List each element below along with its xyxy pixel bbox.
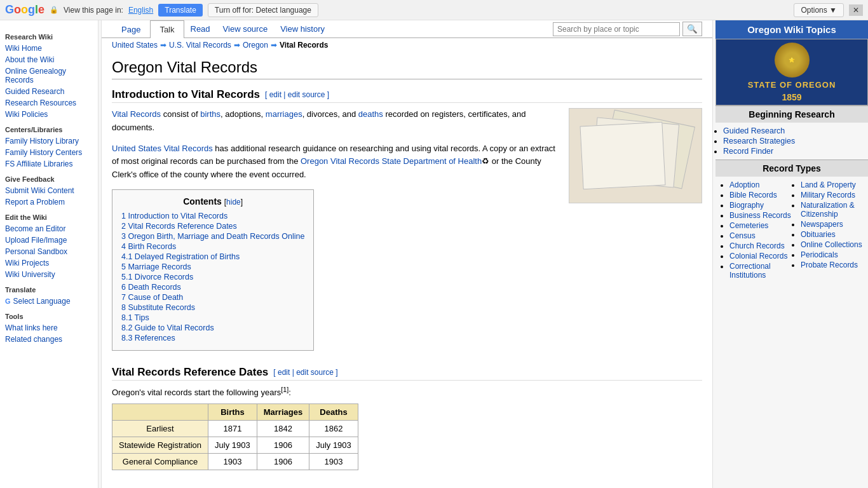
section2-edit[interactable]: edit [278,368,290,377]
options-button[interactable]: Options ▼ [794,3,844,17]
google-translate-bar: Google 🔒 View this page in: English Tran… [0,0,868,20]
section-edit-wiki: Edit the Wiki [5,214,93,221]
probate-records-link[interactable]: Probate Records [801,261,858,269]
sidebar-wiki-policies[interactable]: Wiki Policies [5,109,93,119]
deaths-link[interactable]: deaths [358,109,383,119]
cemeteries-link[interactable]: Cemeteries [729,221,768,230]
section2-title: Vital Records Reference Dates [ edit | e… [112,366,702,381]
colonial-records-link[interactable]: Colonial Records [729,252,787,261]
research-strategies-link[interactable]: Research Strategies [723,137,795,146]
breadcrumb-arrow-2: ➡ [234,41,240,50]
newspapers-link[interactable]: Newspapers [801,220,843,229]
contents-link-8[interactable]: 8 Substitute Records [121,303,195,312]
main-content: Oregon Vital Records Introduction to Vit… [102,52,712,483]
marriages-link[interactable]: marriages [266,109,302,119]
sidebar-family-history-centers[interactable]: Family History Centers [5,147,93,158]
land-property-link[interactable]: Land & Property [801,180,856,189]
list-item: 5 Marriage Records [121,262,304,271]
table-cell-marriages: 1842 [257,421,309,437]
table-header-deaths: Deaths [309,404,358,421]
language-link[interactable]: English [128,6,153,15]
contents-link-3[interactable]: 3 Oregon Birth, Marriage and Death Recor… [121,232,304,241]
adoption-link[interactable]: Adoption [729,180,759,189]
guided-research-link[interactable]: Guided Research [723,126,785,135]
obituaries-link[interactable]: Obituaries [801,230,836,239]
list-item: 4.1 Delayed Registration of Births [121,252,304,261]
sidebar-upload-file[interactable]: Upload File/Image [5,235,93,245]
sidebar-related-changes[interactable]: Related changes [5,334,93,344]
sidebar-what-links-here[interactable]: What links here [5,323,93,333]
sidebar-become-editor[interactable]: Become an Editor [5,224,93,234]
section1-edit-source[interactable]: edit source [288,90,325,99]
online-collections-link[interactable]: Online Collections [801,240,862,249]
table-header-marriages: Marriages [257,404,309,421]
biography-link[interactable]: Biography [729,201,764,210]
business-records-link[interactable]: Business Records [729,211,791,220]
sidebar-guided-research[interactable]: Guided Research [5,86,93,97]
contents-link-8-1[interactable]: 8.1 Tips [121,313,149,322]
breadcrumb-us[interactable]: United States [112,41,158,50]
close-button[interactable]: ✕ [849,4,863,16]
sidebar-select-language[interactable]: Select Language [13,296,71,306]
list-item: 4 Birth Records [121,242,304,251]
oregon-flag: ⭐ STATE OF OREGON 1859 [715,39,868,105]
sidebar-family-history-library[interactable]: Family History Library [5,136,93,146]
births-link[interactable]: births [200,109,220,119]
vital-dates-table: Births Marriages Deaths Earliest 1871 18… [112,403,358,470]
church-records-link[interactable]: Church Records [729,241,785,250]
military-records-link[interactable]: Military Records [801,191,855,200]
contents-link-8-2[interactable]: 8.2 Guide to Vital Records [121,323,214,332]
vital-records-link[interactable]: Vital Records [112,109,161,119]
section1-edit[interactable]: edit [269,90,281,99]
bible-records-link[interactable]: Bible Records [729,191,777,200]
contents-link-2[interactable]: 2 Vital Records Reference Dates [121,222,237,231]
census-link[interactable]: Census [729,231,756,240]
sidebar-fs-affiliate[interactable]: FS Affiliate Libraries [5,159,93,169]
contents-link-6[interactable]: 6 Death Records [121,283,181,292]
contents-hide[interactable]: hide [226,198,241,207]
sidebar-research-resources[interactable]: Research Resources [5,98,93,108]
sidebar-online-genealogy[interactable]: Online Genealogy Records [5,66,93,85]
contents-link-5[interactable]: 5 Marriage Records [121,262,191,271]
contents-link-4-1[interactable]: 4.1 Delayed Registration of Births [121,252,240,261]
table-cell-label: Statewide Registration [112,437,208,454]
contents-link-5-1[interactable]: 5.1 Divorce Records [121,273,193,281]
list-item: 1 Introduction to Vital Records [121,212,304,220]
tab-talk[interactable]: Talk [150,20,184,38]
breadcrumb-oregon[interactable]: Oregon [243,41,268,50]
table-cell-births: 1903 [208,454,257,470]
contents-link-7[interactable]: 7 Cause of Death [121,293,183,302]
beginning-research-list: Guided Research Research Strategies Reco… [715,123,868,159]
sidebar-wiki-university[interactable]: Wiki University [5,269,93,280]
correctional-link[interactable]: Correctional Institutions [729,262,771,280]
sidebar-submit-wiki[interactable]: Submit Wiki Content [5,186,93,196]
breadcrumb-arrow-3: ➡ [271,41,277,50]
tab-view-source[interactable]: View source [217,20,275,37]
breadcrumb-us-vital[interactable]: U.S. Vital Records [169,41,231,50]
list-item: Land & Property [801,180,863,189]
naturalization-link[interactable]: Naturalization & Citizenship [801,201,855,219]
us-vital-records-link[interactable]: United States Vital Records [112,144,213,153]
search-input[interactable] [553,22,680,36]
section2-edit-source[interactable]: edit source [296,368,334,377]
sidebar-about-wiki[interactable]: About the Wiki [5,55,93,65]
periodicals-link[interactable]: Periodicals [801,250,838,259]
tab-read[interactable]: Read [184,20,217,37]
tab-page[interactable]: Page [112,20,150,38]
sidebar-report-problem[interactable]: Report a Problem [5,197,93,207]
sidebar-personal-sandbox[interactable]: Personal Sandbox [5,247,93,257]
sidebar-wiki-projects[interactable]: Wiki Projects [5,258,93,268]
breadcrumb-arrow-1: ➡ [160,41,166,50]
translate-button[interactable]: Translate [158,4,203,17]
record-finder-link[interactable]: Record Finder [723,147,773,156]
contents-link-8-3[interactable]: 8.3 References [121,334,175,342]
contents-link-4[interactable]: 4 Birth Records [121,242,176,251]
table-cell-births: July 1903 [208,437,257,454]
record-types-grid: Adoption Bible Records Biography Busines… [715,177,868,283]
tab-view-history[interactable]: View history [274,20,331,37]
contents-link-1[interactable]: 1 Introduction to Vital Records [121,212,227,220]
search-button[interactable]: 🔍 [682,22,702,36]
oregon-vital-records-dept-link[interactable]: Oregon Vital Records State Department of… [301,156,482,166]
sidebar-wiki-home[interactable]: Wiki Home [5,43,93,53]
turnoff-button[interactable]: Turn off for: Detect language [208,3,318,17]
